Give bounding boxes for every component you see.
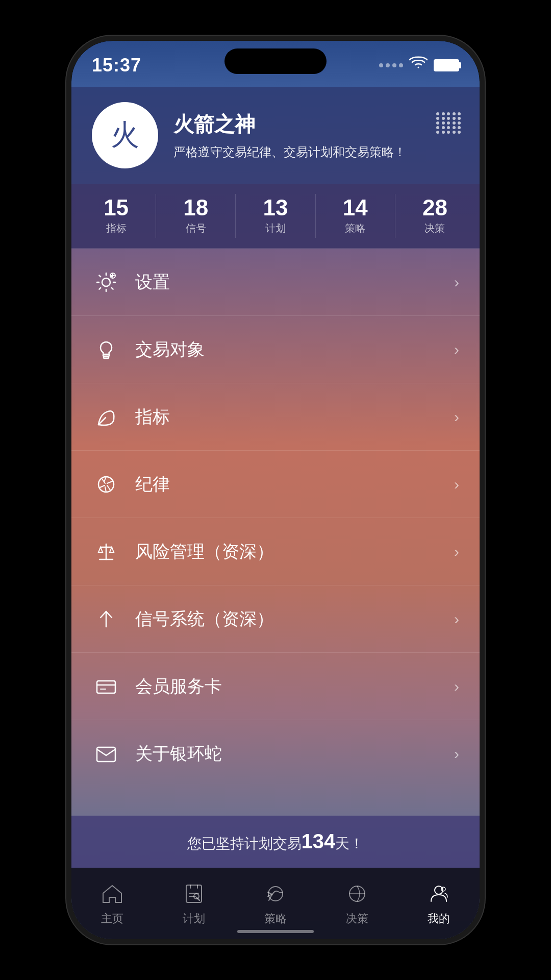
svg-point-29	[441, 887, 445, 891]
tab-strategy[interactable]: 策略	[235, 875, 316, 932]
home-icon	[99, 880, 126, 907]
gear-icon	[92, 268, 120, 296]
stat-plans: 13 计划	[236, 194, 315, 238]
chevron-right-icon: ›	[454, 678, 459, 695]
stat-decisions-label: 决策	[395, 222, 474, 235]
stat-signals-label: 信号	[156, 222, 235, 235]
profile-section: 火 火箭之神 严格遵守交易纪律、交易计划和交易策略！	[71, 87, 480, 184]
signal-icon	[379, 63, 403, 67]
status-icons	[379, 56, 459, 74]
banner-days: 134	[302, 830, 336, 852]
profile-motto: 严格遵守交易纪律、交易计划和交易策略！	[173, 143, 459, 161]
svg-rect-20	[97, 747, 115, 762]
notch	[224, 48, 327, 74]
main-content: 火 火箭之神 严格遵守交易纪律、交易计划和交易策略！ 15 指标 18 信号	[71, 82, 480, 939]
grid-icon	[436, 112, 462, 138]
stat-signals: 18 信号	[156, 194, 236, 238]
menu-item-discipline[interactable]: 纪律 ›	[71, 451, 480, 518]
chevron-right-icon: ›	[454, 341, 459, 358]
chevron-right-icon: ›	[454, 408, 459, 426]
stat-plans-number: 13	[236, 197, 315, 219]
stat-indicators-number: 15	[77, 197, 156, 219]
stat-strategies-number: 14	[316, 197, 395, 219]
profile-info: 火箭之神 严格遵守交易纪律、交易计划和交易策略！	[173, 110, 459, 161]
svg-line-11	[100, 485, 105, 487]
indicators-label: 指标	[135, 405, 454, 429]
tab-plan-label: 计划	[183, 911, 205, 926]
profile-name: 火箭之神	[173, 110, 459, 138]
tab-home[interactable]: 主页	[71, 875, 153, 932]
menu-item-membership[interactable]: 会员服务卡 ›	[71, 653, 480, 720]
membership-label: 会员服务卡	[135, 675, 454, 698]
stats-row: 15 指标 18 信号 13 计划 14 策略 28 决策	[71, 184, 480, 249]
settings-label: 设置	[135, 271, 454, 294]
stat-signals-number: 18	[156, 197, 235, 219]
strategy-icon	[262, 880, 289, 907]
stat-decisions-number: 28	[395, 197, 474, 219]
status-time: 15:37	[92, 55, 141, 76]
tab-strategy-label: 策略	[264, 911, 287, 926]
leaf-icon	[92, 403, 120, 431]
stat-indicators-label: 指标	[77, 222, 156, 235]
banner-text: 您已坚持计划交易134天！	[187, 836, 364, 851]
menu-item-signal-system[interactable]: 信号系统（资深） ›	[71, 585, 480, 653]
svg-line-10	[105, 487, 106, 492]
svg-line-9	[107, 485, 110, 490]
tab-decision-label: 决策	[346, 911, 368, 926]
banner-prefix: 您已坚持计划交易	[187, 836, 302, 851]
stat-strategies-label: 策略	[316, 222, 395, 235]
avatar-char: 火	[111, 116, 139, 155]
discipline-label: 纪律	[135, 473, 454, 496]
tab-home-label: 主页	[101, 911, 123, 926]
tab-decision[interactable]: 决策	[316, 875, 398, 932]
battery-icon	[434, 59, 459, 71]
svg-rect-17	[97, 681, 115, 693]
stat-plans-label: 计划	[236, 222, 315, 235]
tab-mine-label: 我的	[428, 911, 450, 926]
menu-item-indicators[interactable]: 指标 ›	[71, 383, 480, 451]
svg-point-0	[102, 278, 110, 286]
menu-section: 设置 › 交易对象 ›	[71, 249, 480, 816]
svg-rect-4	[103, 355, 109, 356]
menu-item-settings[interactable]: 设置 ›	[71, 249, 480, 316]
signal-system-label: 信号系统（资深）	[135, 607, 454, 631]
menu-item-trading-target[interactable]: 交易对象 ›	[71, 316, 480, 383]
plan-icon	[181, 880, 207, 907]
svg-line-8	[107, 481, 112, 483]
chevron-right-icon: ›	[454, 610, 459, 628]
envelope-icon	[92, 740, 120, 768]
banner-suffix: 天！	[335, 836, 364, 851]
avatar: 火	[92, 102, 158, 168]
about-label: 关于银环蛇	[135, 742, 454, 766]
tab-bar: 主页 计划	[71, 868, 480, 939]
risk-management-label: 风险管理（资深）	[135, 540, 454, 564]
stat-decisions: 28 决策	[395, 194, 474, 238]
fork-icon	[92, 605, 120, 633]
tab-plan[interactable]: 计划	[153, 875, 235, 932]
menu-item-risk-management[interactable]: 风险管理（资深） ›	[71, 518, 480, 585]
stat-strategies: 14 策略	[316, 194, 395, 238]
status-bar: 15:37	[71, 41, 480, 82]
mine-icon	[425, 880, 452, 907]
phone-frame: 15:37	[66, 36, 485, 944]
svg-rect-5	[104, 357, 109, 358]
tab-mine[interactable]: 我的	[398, 875, 480, 932]
trading-target-label: 交易对象	[135, 338, 454, 361]
chevron-right-icon: ›	[454, 745, 459, 763]
scale-icon	[92, 537, 120, 566]
menu-item-about[interactable]: 关于银环蛇 ›	[71, 720, 480, 787]
stat-indicators: 15 指标	[77, 194, 156, 238]
bottom-banner: 您已坚持计划交易134天！	[71, 816, 480, 868]
phone-screen: 15:37	[71, 41, 480, 939]
card-icon	[92, 672, 120, 700]
home-indicator	[237, 930, 314, 933]
chevron-right-icon: ›	[454, 543, 459, 560]
wifi-icon	[409, 56, 428, 74]
aperture-icon	[92, 470, 120, 498]
decision-icon	[344, 880, 370, 907]
bulb-icon	[92, 335, 120, 363]
chevron-right-icon: ›	[454, 274, 459, 291]
chevron-right-icon: ›	[454, 476, 459, 493]
